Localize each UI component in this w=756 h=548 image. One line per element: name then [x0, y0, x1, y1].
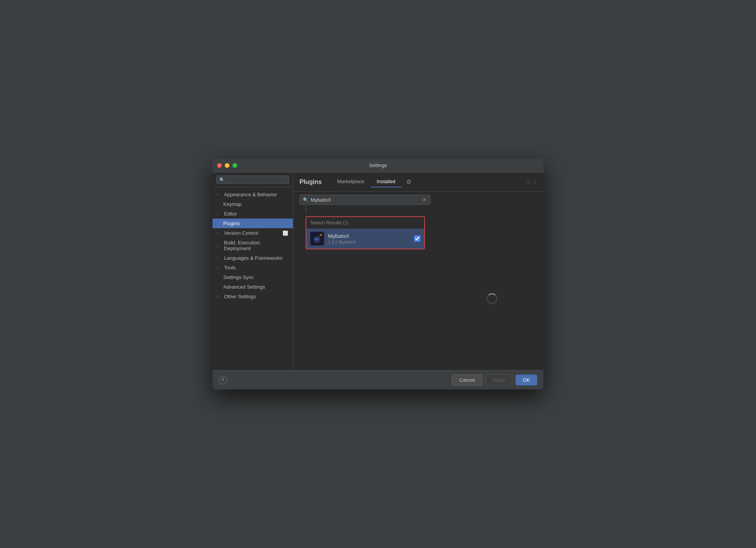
plugin-version: 1.6.1: [328, 240, 337, 244]
plugin-name: MyBatisX: [328, 233, 410, 239]
sidebar-search-icon: 🔍: [219, 177, 225, 182]
plugin-info: MyBatisX 1.6.1 MybatisX: [328, 233, 410, 244]
sidebar-item-label: Plugins: [223, 221, 240, 226]
sidebar-item-label: Other Settings: [224, 294, 256, 299]
sidebar-item-label: Appearance & Behavior: [224, 192, 277, 197]
loading-spinner: [487, 293, 497, 304]
minimize-button[interactable]: [225, 163, 229, 168]
sidebar-item-settings-sync[interactable]: Settings Sync: [212, 272, 293, 282]
plugin-search-box[interactable]: 🔍 ✕: [299, 195, 430, 205]
cancel-button[interactable]: Cancel: [452, 374, 482, 386]
plugin-icon: [310, 232, 324, 246]
plugin-list-item[interactable]: MyBatisX 1.6.1 MybatisX: [306, 229, 424, 249]
sidebar-search-input-row[interactable]: 🔍: [216, 175, 289, 184]
version-control-icon: ⬜: [283, 231, 288, 236]
right-panel: Plugins Marketplace Installed ⚙ ‹ ›: [293, 172, 544, 370]
sidebar-item-appearance-behavior[interactable]: › Appearance & Behavior: [212, 190, 293, 199]
sidebar-nav: › Appearance & Behavior Keymap › Editor …: [212, 187, 293, 370]
apply-button[interactable]: Apply: [485, 374, 513, 386]
svg-point-4: [320, 234, 322, 236]
window-title: Settings: [369, 162, 387, 168]
sidebar-search-field[interactable]: [227, 177, 286, 182]
sidebar-item-label: Tools: [224, 265, 236, 271]
sidebar-item-tools[interactable]: › Tools: [212, 263, 293, 272]
sidebar: 🔍 › Appearance & Behavior Keymap › Edito…: [212, 172, 293, 370]
mybatisx-icon-svg: [310, 232, 324, 246]
plugin-results-wrapper: Search Results (1): [293, 216, 544, 370]
tab-bar: Marketplace Installed ⚙: [331, 176, 526, 187]
ok-button[interactable]: OK: [515, 374, 537, 386]
title-bar: Settings: [212, 159, 544, 172]
tab-installed[interactable]: Installed: [371, 176, 401, 187]
sidebar-item-label: Languages & Frameworks: [224, 255, 283, 261]
plugin-search-input[interactable]: [311, 197, 420, 203]
sidebar-item-languages-frameworks[interactable]: › Languages & Frameworks: [212, 253, 293, 263]
sidebar-item-advanced-settings[interactable]: Advanced Settings: [212, 282, 293, 292]
settings-window: Settings 🔍 › Appearance & Behavior Keyma…: [212, 159, 544, 389]
sidebar-item-editor[interactable]: › Editor: [212, 209, 293, 219]
clear-search-button[interactable]: ✕: [422, 197, 427, 203]
plugin-search-area: 🔍 ✕ ⋮: [293, 192, 544, 216]
sidebar-item-label: Build, Execution, Deployment: [224, 240, 288, 251]
sidebar-item-keymap[interactable]: Keymap: [212, 199, 293, 209]
plugins-header: Plugins Marketplace Installed ⚙ ‹ ›: [293, 172, 544, 192]
spinner-animation: [487, 293, 497, 304]
tab-marketplace[interactable]: Marketplace: [331, 176, 371, 187]
sidebar-item-label: Advanced Settings: [223, 284, 265, 290]
navigation-arrows: ‹ ›: [525, 178, 537, 186]
sidebar-item-label: Editor: [224, 211, 237, 217]
more-options-button[interactable]: ⋮: [303, 205, 310, 213]
chevron-right-icon: ›: [217, 256, 222, 260]
chevron-right-icon: ›: [217, 212, 222, 216]
gear-settings-button[interactable]: ⚙: [405, 177, 413, 187]
sidebar-search-container: 🔍: [212, 172, 293, 187]
forward-arrow-button[interactable]: ›: [532, 178, 537, 186]
chevron-right-icon: ›: [217, 231, 222, 235]
chevron-right-icon: ›: [217, 266, 222, 270]
plugin-author: MybatisX: [339, 240, 356, 244]
sidebar-item-label: Settings Sync: [223, 274, 254, 280]
plugin-enabled-checkbox[interactable]: [414, 236, 420, 242]
chevron-right-icon: ›: [217, 192, 222, 197]
sidebar-item-plugins[interactable]: Plugins: [212, 219, 293, 228]
back-arrow-button[interactable]: ‹: [525, 178, 530, 186]
help-button[interactable]: ?: [219, 376, 227, 384]
sidebar-item-version-control[interactable]: › Version Control ⬜: [212, 228, 293, 238]
chevron-right-icon: ›: [217, 244, 222, 248]
sidebar-item-build-execution[interactable]: › Build, Execution, Deployment: [212, 238, 293, 253]
close-button[interactable]: [217, 163, 222, 168]
sidebar-item-label: Version Control: [224, 230, 258, 236]
plugin-search-icon: 🔍: [303, 197, 308, 202]
traffic-lights: [217, 163, 237, 168]
plugins-title: Plugins: [299, 179, 322, 185]
sidebar-item-label: Keymap: [223, 201, 242, 207]
sidebar-item-other-settings[interactable]: › Other Settings: [212, 292, 293, 301]
plugin-meta: 1.6.1 MybatisX: [328, 240, 410, 244]
main-content: 🔍 › Appearance & Behavior Keymap › Edito…: [212, 172, 544, 370]
search-results-header: Search Results (1): [306, 217, 424, 229]
maximize-button[interactable]: [232, 163, 237, 168]
action-buttons: Cancel Apply OK: [452, 374, 537, 386]
bottom-bar: ? Cancel Apply OK: [212, 370, 544, 389]
plugin-content-area: Search Results (1): [293, 216, 544, 370]
search-results-panel: Search Results (1): [306, 216, 425, 249]
chevron-right-icon: ›: [217, 294, 222, 299]
